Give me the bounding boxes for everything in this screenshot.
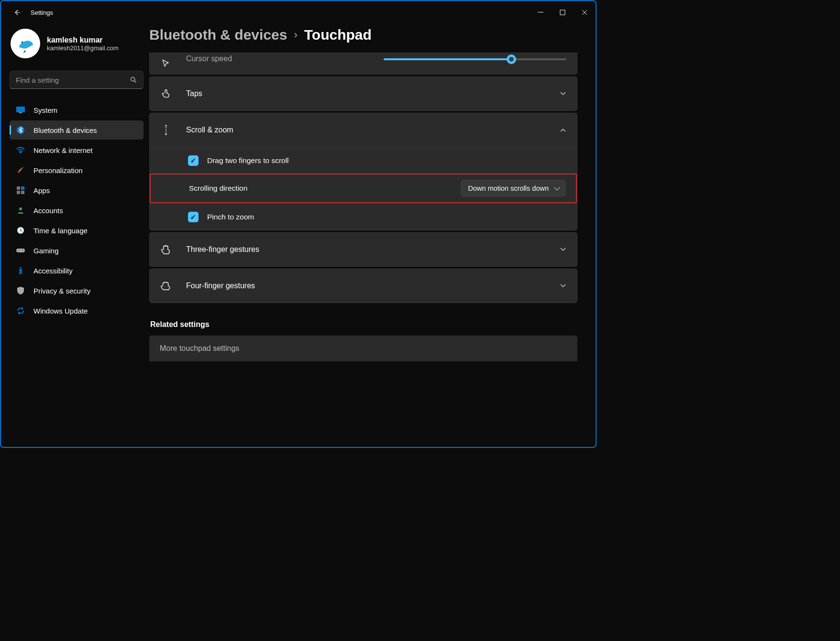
scroll-icon bbox=[160, 124, 172, 136]
checkbox-checked-icon[interactable]: ✓ bbox=[188, 155, 199, 166]
sidebar-item-label: Gaming bbox=[33, 247, 59, 255]
svg-rect-13 bbox=[21, 191, 24, 194]
sidebar-item-bluetooth[interactable]: Bluetooth & devices bbox=[10, 120, 144, 140]
clock-icon bbox=[16, 227, 25, 234]
sidebar-item-label: Apps bbox=[33, 186, 50, 195]
scroll-zoom-header[interactable]: Scroll & zoom bbox=[150, 113, 577, 147]
svg-rect-11 bbox=[21, 186, 24, 190]
scrolling-direction-dropdown[interactable]: Down motion scrolls down bbox=[461, 180, 565, 196]
sidebar-item-label: Windows Update bbox=[33, 307, 88, 315]
minimize-button[interactable] bbox=[530, 5, 552, 20]
sidebar-item-network[interactable]: Network & internet bbox=[10, 141, 144, 160]
sidebar-item-label: Accounts bbox=[33, 206, 63, 215]
profile[interactable]: kamlesh kumar kamlesh2011@gmail.com bbox=[10, 24, 144, 71]
sidebar-item-apps[interactable]: Apps bbox=[10, 181, 144, 200]
sidebar-item-system[interactable]: System bbox=[10, 100, 144, 120]
scrolling-direction-label: Scrolling direction bbox=[189, 184, 247, 193]
svg-point-18 bbox=[22, 250, 23, 251]
search-input[interactable] bbox=[16, 76, 130, 84]
sidebar-item-privacy[interactable]: Privacy & security bbox=[10, 281, 144, 300]
checkbox-checked-icon[interactable]: ✓ bbox=[188, 212, 199, 222]
chevron-down-icon bbox=[560, 247, 566, 252]
sidebar-item-label: Network & internet bbox=[33, 146, 92, 154]
sidebar-item-update[interactable]: Windows Update bbox=[10, 301, 144, 320]
breadcrumb: Bluetooth & devices › Touchpad bbox=[149, 24, 577, 53]
back-arrow-icon[interactable] bbox=[12, 8, 21, 17]
search-box[interactable] bbox=[10, 71, 144, 89]
sidebar-item-gaming[interactable]: Gaming bbox=[10, 241, 144, 260]
chevron-down-icon bbox=[560, 91, 566, 96]
four-finger-icon bbox=[160, 281, 172, 291]
sidebar-item-label: Privacy & security bbox=[33, 287, 90, 295]
cursor-speed-panel: Cursor speed bbox=[149, 53, 577, 75]
cursor-speed-label: Cursor speed bbox=[186, 54, 369, 63]
three-finger-icon bbox=[160, 244, 172, 255]
main-content: Bluetooth & devices › Touchpad Cursor sp… bbox=[149, 24, 596, 447]
maximize-button[interactable] bbox=[552, 5, 574, 20]
svg-point-14 bbox=[19, 207, 22, 210]
more-touchpad-settings[interactable]: More touchpad settings bbox=[149, 336, 577, 361]
chevron-right-icon: › bbox=[294, 29, 297, 41]
person-icon bbox=[16, 206, 25, 214]
sidebar-item-personalization[interactable]: Personalization bbox=[10, 161, 144, 180]
taps-panel[interactable]: Taps bbox=[149, 76, 577, 111]
svg-point-4 bbox=[131, 77, 135, 81]
dropdown-value: Down motion scrolls down bbox=[468, 185, 549, 192]
bluetooth-icon bbox=[16, 126, 25, 134]
breadcrumb-current: Touchpad bbox=[304, 27, 372, 43]
drag-two-fingers-label: Drag two fingers to scroll bbox=[207, 156, 289, 165]
four-finger-panel[interactable]: Four-finger gestures bbox=[149, 269, 577, 303]
search-icon bbox=[130, 76, 137, 84]
svg-point-19 bbox=[20, 267, 22, 269]
accessibility-icon bbox=[16, 267, 25, 274]
drag-two-fingers-row[interactable]: ✓ Drag two fingers to scroll bbox=[150, 147, 577, 174]
cursor-speed-slider[interactable] bbox=[384, 54, 567, 63]
four-finger-label: Four-finger gestures bbox=[186, 282, 545, 290]
three-finger-label: Three-finger gestures bbox=[186, 245, 545, 254]
chevron-up-icon bbox=[560, 128, 566, 132]
svg-rect-10 bbox=[17, 186, 20, 190]
related-settings-heading: Related settings bbox=[149, 320, 577, 329]
sidebar-item-label: Bluetooth & devices bbox=[33, 126, 97, 134]
scroll-zoom-label: Scroll & zoom bbox=[186, 126, 545, 134]
apps-icon bbox=[16, 186, 25, 194]
svg-rect-6 bbox=[19, 112, 22, 113]
sidebar-nav: System Bluetooth & devices Network & int… bbox=[10, 100, 144, 320]
profile-name: kamlesh kumar bbox=[47, 36, 119, 44]
svg-point-17 bbox=[18, 250, 19, 251]
sidebar-item-label: Accessibility bbox=[33, 267, 73, 275]
avatar bbox=[11, 29, 40, 58]
pinch-to-zoom-label: Pinch to zoom bbox=[207, 213, 254, 221]
gamepad-icon bbox=[16, 248, 25, 253]
scrolling-direction-row: Scrolling direction Down motion scrolls … bbox=[150, 174, 577, 203]
sidebar-item-accessibility[interactable]: Accessibility bbox=[10, 261, 144, 280]
scroll-zoom-panel: Scroll & zoom ✓ Drag two fingers to scro… bbox=[149, 113, 577, 230]
close-button[interactable] bbox=[574, 5, 596, 20]
cursor-icon bbox=[160, 59, 172, 68]
titlebar: Settings bbox=[1, 1, 596, 24]
sidebar-item-label: Personalization bbox=[33, 166, 83, 174]
profile-email: kamlesh2011@gmail.com bbox=[47, 44, 119, 52]
pinch-to-zoom-row[interactable]: ✓ Pinch to zoom bbox=[150, 203, 577, 230]
brush-icon bbox=[16, 166, 25, 174]
shield-icon bbox=[16, 287, 25, 294]
taps-label: Taps bbox=[186, 89, 545, 98]
svg-rect-5 bbox=[16, 107, 25, 112]
svg-rect-16 bbox=[16, 249, 25, 252]
breadcrumb-parent[interactable]: Bluetooth & devices bbox=[149, 27, 287, 43]
chevron-down-icon bbox=[560, 283, 566, 288]
svg-point-8 bbox=[20, 152, 22, 153]
sidebar-item-accounts[interactable]: Accounts bbox=[10, 201, 144, 220]
update-icon bbox=[16, 307, 25, 315]
wifi-icon bbox=[16, 147, 25, 153]
sidebar-item-label: System bbox=[33, 106, 57, 114]
svg-rect-12 bbox=[17, 191, 20, 194]
svg-rect-1 bbox=[560, 10, 565, 15]
three-finger-panel[interactable]: Three-finger gestures bbox=[149, 232, 577, 267]
svg-point-9 bbox=[18, 171, 20, 173]
sidebar-item-label: Time & language bbox=[33, 227, 88, 235]
svg-rect-0 bbox=[538, 12, 543, 12]
app-title: Settings bbox=[31, 9, 53, 16]
display-icon bbox=[16, 107, 25, 113]
sidebar-item-time[interactable]: Time & language bbox=[10, 221, 144, 240]
